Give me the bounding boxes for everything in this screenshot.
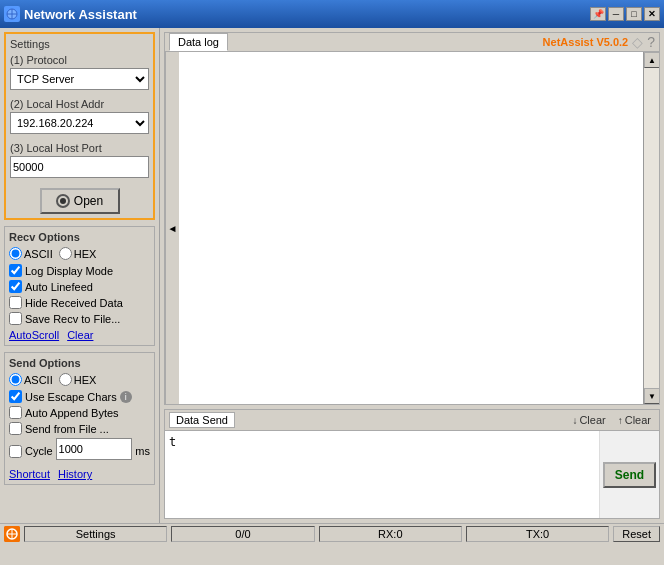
netassist-version: NetAssist V5.0.2 <box>543 36 629 48</box>
data-send-tab[interactable]: Data Send <box>169 412 235 428</box>
local-port-label: (3) Local Host Port <box>10 142 149 154</box>
protocol-combo-wrapper: TCP Server TCP Client UDP <box>10 68 149 94</box>
save-recv-item[interactable]: Save Recv to File... <box>9 312 150 325</box>
up-arrow-icon: ↑ <box>618 415 623 426</box>
send-ascii-radio[interactable] <box>9 373 22 386</box>
log-display-checkbox[interactable] <box>9 264 22 277</box>
send-from-file-label: Send from File ... <box>25 423 109 435</box>
status-settings-label: Settings <box>76 528 116 540</box>
send-btn-area: Send <box>599 431 659 518</box>
cycle-checkbox[interactable] <box>9 445 22 458</box>
send-format-group: ASCII HEX <box>9 373 150 386</box>
data-log-container: Data log NetAssist V5.0.2 ◇ ? ◄ ▲ ▼ <box>164 32 660 405</box>
cycle-unit: ms <box>135 445 150 457</box>
pin-button[interactable]: 📌 <box>590 7 606 21</box>
scroll-up-arrow[interactable]: ▲ <box>644 52 659 68</box>
send-hex-option[interactable]: HEX <box>59 373 97 386</box>
data-send-container: Data Send ↓ Clear ↑ Clear <box>164 409 660 519</box>
clear-btn2-label: Clear <box>625 414 651 426</box>
auto-linefeed-label: Auto Linefeed <box>25 281 93 293</box>
save-recv-checkbox[interactable] <box>9 312 22 325</box>
data-send-controls: ↓ Clear ↑ Clear <box>568 413 655 427</box>
rx-value: RX:0 <box>378 528 402 540</box>
shortcut-history-row: Shortcut History <box>9 468 150 480</box>
open-button-inner <box>60 198 66 204</box>
recv-options-title: Recv Options <box>9 231 150 243</box>
sidebar: Settings (1) Protocol TCP Server TCP Cli… <box>0 28 160 523</box>
recv-ascii-radio[interactable] <box>9 247 22 260</box>
recv-ascii-option[interactable]: ASCII <box>9 247 53 260</box>
down-arrow-icon: ↓ <box>572 415 577 426</box>
recv-ascii-label: ASCII <box>24 248 53 260</box>
send-from-file-item[interactable]: Send from File ... <box>9 422 150 435</box>
diamond-icon: ◇ <box>632 34 643 50</box>
auto-linefeed-checkbox[interactable] <box>9 280 22 293</box>
scroll-down-arrow[interactable]: ▼ <box>644 388 659 404</box>
main-container: Settings (1) Protocol TCP Server TCP Cli… <box>0 28 664 523</box>
data-log-tab-label: Data log <box>178 36 219 48</box>
local-port-input[interactable] <box>10 156 149 178</box>
send-options-title: Send Options <box>9 357 150 369</box>
send-textarea[interactable] <box>165 431 599 518</box>
status-bar: Settings 0/0 RX:0 TX:0 Reset <box>0 523 664 543</box>
use-escape-item[interactable]: Use Escape Chars i <box>9 390 150 403</box>
send-button[interactable]: Send <box>603 462 656 488</box>
send-ascii-option[interactable]: ASCII <box>9 373 53 386</box>
data-log-tab-bar: Data log NetAssist V5.0.2 ◇ ? <box>165 33 659 52</box>
save-recv-label: Save Recv to File... <box>25 313 120 325</box>
data-send-tab-label: Data Send <box>176 414 228 426</box>
auto-linefeed-item[interactable]: Auto Linefeed <box>9 280 150 293</box>
title-text: Network Assistant <box>24 7 137 22</box>
status-rx: RX:0 <box>319 526 462 542</box>
local-host-select[interactable]: 192.168.20.224 <box>10 112 149 134</box>
auto-append-checkbox[interactable] <box>9 406 22 419</box>
data-send-clear-btn2[interactable]: ↑ Clear <box>614 413 655 427</box>
reset-button[interactable]: Reset <box>613 526 660 542</box>
autoscroll-link[interactable]: AutoScroll <box>9 329 59 341</box>
open-button[interactable]: Open <box>40 188 120 214</box>
cycle-row: Cycle ms <box>9 438 150 464</box>
local-host-combo-wrapper: 192.168.20.224 <box>10 112 149 138</box>
recv-clear-link[interactable]: Clear <box>67 329 93 341</box>
reset-button-label: Reset <box>622 528 651 540</box>
protocol-select[interactable]: TCP Server TCP Client UDP <box>10 68 149 90</box>
send-hex-label: HEX <box>74 374 97 386</box>
data-send-clear-btn1[interactable]: ↓ Clear <box>568 413 609 427</box>
cycle-value-input[interactable] <box>56 438 133 460</box>
scroll-track[interactable] <box>644 68 659 388</box>
recv-hex-radio[interactable] <box>59 247 72 260</box>
shortcut-link[interactable]: Shortcut <box>9 468 50 480</box>
log-display-item[interactable]: Log Display Mode <box>9 264 150 277</box>
minimize-button[interactable]: ─ <box>608 7 624 21</box>
send-button-label: Send <box>615 468 644 482</box>
title-bar-controls: 📌 ─ □ ✕ <box>590 7 660 21</box>
local-host-label: (2) Local Host Addr <box>10 98 149 110</box>
auto-append-item[interactable]: Auto Append Bytes <box>9 406 150 419</box>
data-send-header: Data Send ↓ Clear ↑ Clear <box>165 410 659 431</box>
maximize-button[interactable]: □ <box>626 7 642 21</box>
title-bar-left: Network Assistant <box>4 6 137 22</box>
collapse-button[interactable]: ◄ <box>165 52 179 404</box>
send-area-body: Send <box>165 431 659 518</box>
recv-hex-label: HEX <box>74 248 97 260</box>
open-button-icon <box>56 194 70 208</box>
use-escape-checkbox[interactable] <box>9 390 22 403</box>
hide-received-checkbox[interactable] <box>9 296 22 309</box>
help-icon[interactable]: ? <box>647 34 655 50</box>
status-tx: TX:0 <box>466 526 609 542</box>
status-label: Settings <box>24 526 167 542</box>
auto-append-label: Auto Append Bytes <box>25 407 119 419</box>
counter-value: 0/0 <box>235 528 250 540</box>
data-log-tab[interactable]: Data log <box>169 33 228 51</box>
hide-received-item[interactable]: Hide Received Data <box>9 296 150 309</box>
use-escape-info-icon[interactable]: i <box>120 391 132 403</box>
send-hex-radio[interactable] <box>59 373 72 386</box>
history-link[interactable]: History <box>58 468 92 480</box>
right-content: Data log NetAssist V5.0.2 ◇ ? ◄ ▲ ▼ <box>160 28 664 523</box>
close-button[interactable]: ✕ <box>644 7 660 21</box>
data-log-scrollbar[interactable]: ▲ ▼ <box>643 52 659 404</box>
recv-hex-option[interactable]: HEX <box>59 247 97 260</box>
send-from-file-checkbox[interactable] <box>9 422 22 435</box>
send-options-group: Send Options ASCII HEX Use Escape Chars … <box>4 352 155 485</box>
recv-format-group: ASCII HEX <box>9 247 150 260</box>
